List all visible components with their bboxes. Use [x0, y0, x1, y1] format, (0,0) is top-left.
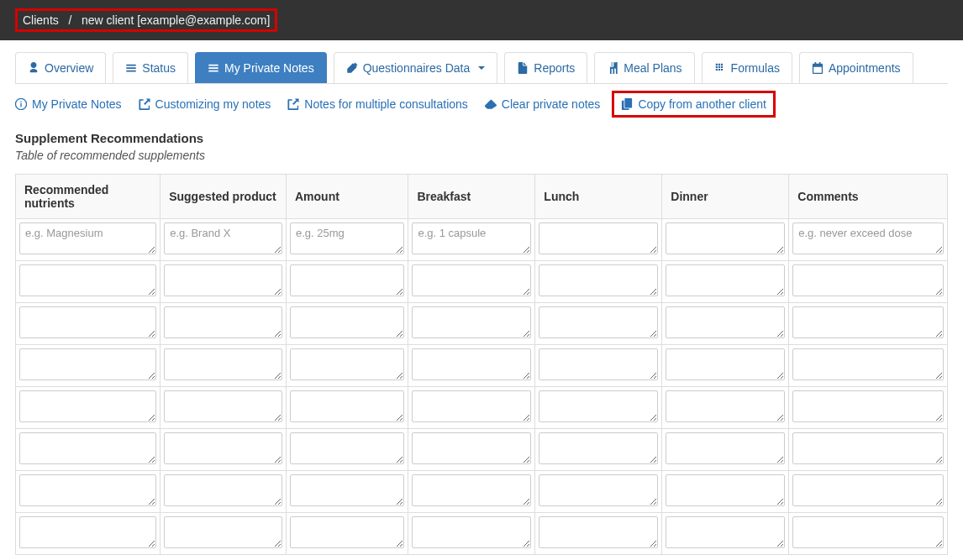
input-lunch[interactable]	[539, 432, 658, 464]
input-nutrients[interactable]	[19, 222, 156, 254]
cell-nutrients	[15, 219, 160, 261]
cell-nutrients	[15, 429, 160, 471]
input-nutrients[interactable]	[19, 516, 156, 548]
input-amount[interactable]	[290, 516, 404, 548]
cell-breakfast	[408, 303, 535, 345]
link-my-private-notes-info[interactable]: My Private Notes	[15, 97, 122, 111]
input-comments[interactable]	[792, 390, 944, 422]
input-dinner[interactable]	[666, 264, 785, 296]
cell-lunch	[535, 345, 662, 387]
cell-comments	[789, 261, 948, 303]
tab-my-private-notes[interactable]: My Private Notes	[195, 52, 327, 83]
input-nutrients[interactable]	[19, 474, 156, 506]
input-amount[interactable]	[290, 474, 404, 506]
input-breakfast[interactable]	[412, 348, 531, 380]
input-amount[interactable]	[290, 306, 404, 338]
tab-label: Overview	[45, 61, 93, 75]
input-product[interactable]	[164, 432, 282, 464]
input-comments[interactable]	[792, 222, 944, 254]
input-dinner[interactable]	[666, 306, 785, 338]
tab-appointments[interactable]: Appointments	[799, 52, 913, 83]
tab-reports[interactable]: Reports	[504, 52, 587, 83]
input-comments[interactable]	[792, 306, 944, 338]
input-amount[interactable]	[290, 264, 404, 296]
link-multiple-consultations[interactable]: Notes for multiple consultations	[287, 97, 468, 111]
edit-icon	[346, 62, 358, 74]
cell-dinner	[662, 387, 789, 429]
input-breakfast[interactable]	[412, 264, 531, 296]
input-comments[interactable]	[792, 516, 944, 548]
input-breakfast[interactable]	[412, 306, 531, 338]
cell-comments	[789, 303, 948, 345]
input-product[interactable]	[164, 390, 282, 422]
input-dinner[interactable]	[666, 474, 785, 506]
input-product[interactable]	[164, 348, 282, 380]
tab-status[interactable]: Status	[113, 52, 188, 83]
input-nutrients[interactable]	[19, 390, 156, 422]
cell-amount	[287, 429, 408, 471]
input-lunch[interactable]	[539, 306, 658, 338]
input-lunch[interactable]	[539, 390, 658, 422]
input-nutrients[interactable]	[19, 264, 156, 296]
input-comments[interactable]	[792, 432, 944, 464]
input-dinner[interactable]	[666, 432, 785, 464]
input-amount[interactable]	[290, 390, 404, 422]
input-product[interactable]	[164, 222, 282, 254]
input-lunch[interactable]	[539, 222, 658, 254]
input-amount[interactable]	[290, 222, 404, 254]
input-nutrients[interactable]	[19, 348, 156, 380]
input-comments[interactable]	[792, 264, 944, 296]
cell-product	[160, 429, 287, 471]
cell-comments	[789, 219, 948, 261]
breadcrumb-root[interactable]: Clients	[23, 13, 59, 27]
cell-amount	[287, 261, 408, 303]
input-breakfast[interactable]	[412, 474, 531, 506]
input-breakfast[interactable]	[412, 432, 531, 464]
input-dinner[interactable]	[666, 390, 785, 422]
cell-product	[160, 387, 287, 429]
cell-dinner	[662, 429, 789, 471]
input-lunch[interactable]	[539, 348, 658, 380]
external-link-icon	[139, 98, 150, 110]
input-breakfast[interactable]	[412, 516, 531, 548]
cell-breakfast	[408, 261, 535, 303]
input-comments[interactable]	[792, 474, 944, 506]
tab-overview[interactable]: Overview	[15, 52, 106, 83]
link-customizing-notes[interactable]: Customizing my notes	[139, 97, 271, 111]
input-comments[interactable]	[792, 348, 944, 380]
cell-product	[160, 471, 287, 513]
input-product[interactable]	[164, 516, 282, 548]
tab-label: Appointments	[829, 61, 901, 75]
tab-questionnaires[interactable]: Questionnaires Data	[334, 52, 498, 83]
input-breakfast[interactable]	[412, 390, 531, 422]
input-nutrients[interactable]	[19, 432, 156, 464]
input-product[interactable]	[164, 474, 282, 506]
link-copy-from-client[interactable]: Copy from another client	[612, 91, 776, 118]
input-dinner[interactable]	[666, 222, 785, 254]
input-lunch[interactable]	[539, 264, 658, 296]
cell-product	[160, 303, 287, 345]
input-lunch[interactable]	[539, 516, 658, 548]
tab-meal-plans[interactable]: Meal Plans	[594, 52, 694, 83]
cell-comments	[789, 471, 948, 513]
input-lunch[interactable]	[539, 474, 658, 506]
cell-nutrients	[15, 345, 160, 387]
tab-label: Reports	[534, 61, 575, 75]
table-row	[15, 261, 948, 303]
input-dinner[interactable]	[666, 516, 785, 548]
input-dinner[interactable]	[666, 348, 785, 380]
input-nutrients[interactable]	[19, 306, 156, 338]
input-amount[interactable]	[290, 348, 404, 380]
input-amount[interactable]	[290, 432, 404, 464]
cell-amount	[287, 471, 408, 513]
input-product[interactable]	[164, 306, 282, 338]
col-nutrients: Recommended nutrients	[15, 174, 160, 219]
tab-formulas[interactable]: Formulas	[702, 52, 792, 83]
link-clear-notes[interactable]: Clear private notes	[485, 97, 601, 111]
input-product[interactable]	[164, 264, 282, 296]
cell-comments	[789, 345, 948, 387]
input-breakfast[interactable]	[412, 222, 531, 254]
list-icon	[125, 62, 137, 74]
cell-nutrients	[15, 513, 160, 555]
cell-breakfast	[408, 471, 535, 513]
